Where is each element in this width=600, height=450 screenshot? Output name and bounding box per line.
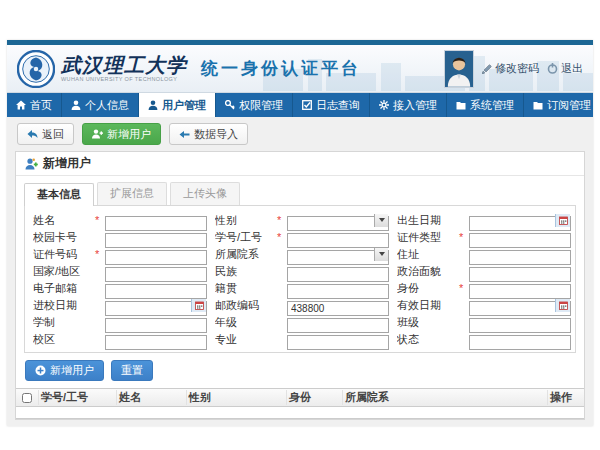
- study-length-field: 学制: [33, 314, 207, 330]
- add-user-toolbar-button[interactable]: 新增用户: [82, 123, 161, 145]
- name-input[interactable]: [105, 216, 207, 231]
- dropdown-button[interactable]: [374, 248, 388, 261]
- nav-item-subscribe-mgmt[interactable]: 订阅管理: [524, 93, 600, 117]
- key-icon: [225, 100, 235, 110]
- nav-item-user-mgmt[interactable]: 用户管理: [139, 93, 216, 117]
- nav-item-profile[interactable]: 个人信息: [62, 93, 139, 117]
- political-status-field: 政治面貌: [397, 263, 571, 279]
- class-input[interactable]: [469, 318, 571, 333]
- pencil-icon: [482, 64, 492, 74]
- calendar-button[interactable]: [555, 214, 570, 227]
- dropdown-button[interactable]: [374, 214, 388, 227]
- tab-basic-info[interactable]: 基本信息: [24, 183, 94, 206]
- campus-input[interactable]: [105, 335, 207, 350]
- student-id-input[interactable]: [287, 233, 389, 248]
- nav-item-home[interactable]: 首页: [7, 93, 62, 117]
- submit-add-user-button[interactable]: 新增用户: [25, 360, 104, 381]
- university-name-en: WUHAN UNIVERSITY OF TECHNOLOGY: [61, 77, 187, 83]
- table-column-header: 身份: [286, 390, 342, 405]
- back-arrow-icon: [27, 130, 38, 139]
- nav-item-perm-mgmt[interactable]: 权限管理: [216, 93, 293, 117]
- major-input[interactable]: [287, 335, 389, 350]
- gender-field: 性别 *: [215, 212, 389, 228]
- calendar-button[interactable]: [191, 299, 206, 312]
- content-area: 返回 新增用户 数据导入 新增用户: [7, 117, 593, 426]
- power-icon: [547, 63, 558, 74]
- grade-input[interactable]: [287, 318, 389, 333]
- table-column-header: 姓名: [116, 390, 186, 405]
- nav-item-system-mgmt[interactable]: 系统管理: [447, 93, 524, 117]
- student-id-field: 学号/工号 *: [215, 229, 389, 245]
- university-name-block: 武汉理工大学 WUHAN UNIVERSITY OF TECHNOLOGY: [61, 55, 187, 83]
- user-plus-icon: [92, 129, 103, 139]
- data-import-button[interactable]: 数据导入: [169, 123, 248, 145]
- import-arrow-icon: [179, 130, 190, 139]
- section-title-bar: 新增用户: [16, 152, 584, 176]
- logout-link[interactable]: 退出: [547, 61, 583, 76]
- results-table-header: 学号/工号姓名性别身份所属院系操作: [16, 388, 584, 407]
- tab-upload-avatar[interactable]: 上传头像: [170, 182, 240, 205]
- study-length-input[interactable]: [105, 318, 207, 333]
- new-user-panel: 新增用户 基本信息扩展信息上传头像 姓名 * 性别: [15, 151, 585, 420]
- campus-field: 校区: [33, 331, 207, 347]
- identity-field: 身份 *: [397, 280, 571, 296]
- users-icon: [148, 100, 158, 110]
- email-field: 电子邮箱: [33, 280, 207, 296]
- basic-info-form: 姓名 * 性别 *: [24, 205, 576, 353]
- nav-item-log-query[interactable]: 日志查询: [293, 93, 370, 117]
- grade-field: 年级: [215, 314, 389, 330]
- ethnicity-field: 民族: [215, 263, 389, 279]
- tab-bar: 基本信息扩展信息上传头像: [16, 176, 584, 205]
- major-field: 专业: [215, 331, 389, 347]
- campus-card-field: 校园卡号: [33, 229, 207, 245]
- app-window: 武汉理工大学 WUHAN UNIVERSITY OF TECHNOLOGY 统一…: [7, 40, 593, 426]
- tab-extended-info[interactable]: 扩展信息: [97, 182, 167, 205]
- name-field: 姓名 *: [33, 212, 207, 228]
- class-field: 班级: [397, 314, 571, 330]
- nav-item-access-mgmt[interactable]: 接入管理: [370, 93, 447, 117]
- ethnicity-input[interactable]: [287, 267, 389, 282]
- folder-icon: [456, 101, 466, 110]
- gear-icon: [379, 100, 389, 110]
- plus-circle-icon: [35, 365, 46, 376]
- political-status-input[interactable]: [469, 267, 571, 282]
- department-field: 所属院系: [215, 246, 389, 262]
- section-title: 新增用户: [43, 155, 91, 172]
- identity-input[interactable]: [469, 284, 571, 299]
- calendar-icon: [559, 216, 568, 225]
- table-column-header: 学号/工号: [38, 390, 116, 405]
- entry-date-field: 进校日期: [33, 297, 207, 313]
- change-password-link[interactable]: 修改密码: [482, 61, 539, 76]
- table-column-header: 性别: [186, 390, 286, 405]
- calendar-button[interactable]: [555, 299, 570, 312]
- select-all-checkbox[interactable]: [16, 393, 38, 403]
- calendar-icon: [559, 301, 568, 310]
- university-name-cn: 武汉理工大学: [61, 55, 187, 75]
- address-input[interactable]: [469, 250, 571, 265]
- campus-card-input[interactable]: [105, 233, 207, 248]
- user-icon: [71, 100, 81, 110]
- university-logo: [17, 50, 55, 88]
- valid-date-field: 有效日期: [397, 297, 571, 313]
- postal-code-input[interactable]: [287, 301, 389, 316]
- id-type-field: 证件类型 *: [397, 229, 571, 245]
- id-type-input[interactable]: [469, 233, 571, 248]
- id-number-input[interactable]: [105, 250, 207, 265]
- address-field: 住址: [397, 246, 571, 262]
- email-input[interactable]: [105, 284, 207, 299]
- form-grid: 姓名 * 性别 *: [33, 212, 567, 347]
- toolbar: 返回 新增用户 数据导入: [7, 117, 593, 150]
- postal-code-field: 邮政编码: [215, 297, 389, 313]
- form-actions: 新增用户 重置: [16, 353, 584, 387]
- header: 武汉理工大学 WUHAN UNIVERSITY OF TECHNOLOGY 统一…: [7, 45, 593, 93]
- country-input[interactable]: [105, 267, 207, 282]
- status-input[interactable]: [469, 335, 571, 350]
- home-icon: [16, 100, 26, 110]
- calendar-icon: [195, 301, 204, 310]
- folder-icon: [533, 101, 543, 110]
- native-place-input[interactable]: [287, 284, 389, 299]
- reset-button[interactable]: 重置: [111, 360, 153, 381]
- user-add-icon: [25, 158, 38, 170]
- log-icon: [302, 100, 312, 110]
- back-button[interactable]: 返回: [17, 123, 74, 145]
